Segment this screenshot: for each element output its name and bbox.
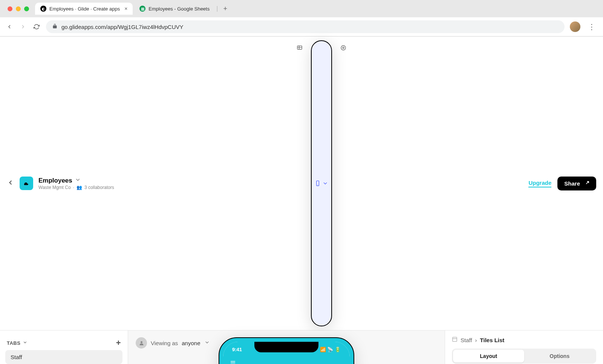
app-title: Employees xyxy=(38,177,72,184)
tab-divider: | xyxy=(216,5,218,12)
layout-icon xyxy=(452,337,458,343)
chevron-down-icon xyxy=(204,340,210,346)
chevron-right-icon: › xyxy=(475,337,477,343)
phone-screen: 9:41 📶 📡 🔋 Staff Search... MANAGER Marie… xyxy=(223,342,350,364)
svg-point-6 xyxy=(341,46,346,50)
url-field[interactable]: go.glideapps.com/app/Wgj1GL7iwz4lHdvpCUV… xyxy=(46,20,565,33)
phone-frame: 9:41 📶 📡 🔋 Staff Search... MANAGER Marie… xyxy=(219,337,354,364)
separator: · xyxy=(73,185,74,190)
app-header-right: Upgrade Share xyxy=(528,177,596,190)
device-phone-button[interactable] xyxy=(311,40,332,326)
collaborators-icon: 👥 xyxy=(77,185,82,190)
address-bar: go.glideapps.com/app/Wgj1GL7iwz4lHdvpCUV… xyxy=(0,17,603,36)
status-icons: 📶 📡 🔋 xyxy=(320,347,341,352)
upgrade-link[interactable]: Upgrade xyxy=(528,180,551,187)
chevron-down-icon[interactable] xyxy=(75,177,81,185)
tabs-label: TABS xyxy=(7,340,20,346)
properties-panel: Staff › Tiles List Layout Options LIST S… xyxy=(445,330,603,364)
window-close[interactable] xyxy=(8,6,12,11)
viewing-as-label: Viewing as xyxy=(151,340,178,346)
tab-label: Employees · Glide · Create apps xyxy=(49,6,120,12)
user-icon xyxy=(136,337,147,349)
svg-rect-27 xyxy=(453,337,457,341)
tab-label: Staff xyxy=(11,354,22,360)
share-button[interactable]: Share xyxy=(557,177,596,190)
segment-layout[interactable]: Layout xyxy=(453,350,524,362)
traffic-lights xyxy=(3,6,34,11)
lock-icon xyxy=(52,23,58,30)
back-button[interactable] xyxy=(5,23,14,31)
tab-bar: ◐ Employees · Glide · Create apps × ▦ Em… xyxy=(0,0,603,17)
tab-label: Employees - Google Sheets xyxy=(148,6,210,12)
app-title-block: Employees Waste Mgmt Co · 👥 3 collaborat… xyxy=(38,177,114,190)
forward-button[interactable] xyxy=(19,23,27,31)
browser-tab-glide[interactable]: ◐ Employees · Glide · Create apps × xyxy=(35,3,133,15)
add-tab-button[interactable]: + xyxy=(116,338,121,348)
browser-menu-button[interactable]: ⋮ xyxy=(586,22,598,31)
viewing-as-value: anyone xyxy=(182,340,200,346)
tabs-section-header: TABS + xyxy=(5,336,122,350)
sidebar-tab-staff[interactable]: Staff xyxy=(5,350,122,364)
notch xyxy=(254,342,318,352)
sidebar-left: TABS + Staff Locations New Hires MENU Pl… xyxy=(0,330,128,364)
chevron-down-icon[interactable] xyxy=(23,340,28,346)
breadcrumb-current: Tiles List xyxy=(480,337,505,343)
segment-options[interactable]: Options xyxy=(524,350,595,362)
canvas: Viewing as anyone 9:41 📶 📡 🔋 Staff Searc… xyxy=(128,330,445,364)
collaborators-text[interactable]: 3 collaborators xyxy=(84,185,114,190)
url-text: go.glideapps.com/app/Wgj1GL7iwz4lHdvpCUV… xyxy=(61,24,184,30)
window-minimize[interactable] xyxy=(16,6,21,11)
device-tablet-button[interactable] xyxy=(291,40,308,55)
share-label: Share xyxy=(564,180,580,187)
tab-favicon-icon: ◐ xyxy=(40,6,46,12)
main-area: TABS + Staff Locations New Hires MENU Pl… xyxy=(0,330,603,364)
new-tab-button[interactable]: + xyxy=(219,3,231,14)
viewing-as-pill[interactable]: Viewing as anyone xyxy=(136,337,210,349)
settings-button[interactable] xyxy=(335,40,352,55)
app-header: Employees Waste Mgmt Co · 👥 3 collaborat… xyxy=(0,37,603,330)
svg-point-5 xyxy=(343,47,344,49)
reload-button[interactable] xyxy=(32,23,41,31)
chevron-left-icon[interactable] xyxy=(7,179,14,188)
browser-tab-sheets[interactable]: ▦ Employees - Google Sheets xyxy=(134,3,215,15)
phone-header: Staff Search... xyxy=(223,357,350,364)
close-icon[interactable]: × xyxy=(124,6,127,12)
segment-control: Layout Options xyxy=(452,349,596,364)
app-icon xyxy=(20,177,33,190)
breadcrumb: Staff › Tiles List xyxy=(452,337,596,343)
org-name: Waste Mgmt Co xyxy=(38,185,71,190)
app-header-left: Employees Waste Mgmt Co · 👥 3 collaborat… xyxy=(7,177,114,190)
window-maximize[interactable] xyxy=(24,6,29,11)
profile-avatar[interactable] xyxy=(570,21,580,32)
hamburger-icon[interactable] xyxy=(230,360,236,364)
svg-point-12 xyxy=(141,341,142,343)
browser-chrome: ◐ Employees · Glide · Create apps × ▦ Em… xyxy=(0,0,603,37)
breadcrumb-parent[interactable]: Staff xyxy=(461,337,472,343)
tab-favicon-icon: ▦ xyxy=(139,6,145,12)
clock: 9:41 xyxy=(232,347,242,352)
device-switcher xyxy=(291,40,352,326)
